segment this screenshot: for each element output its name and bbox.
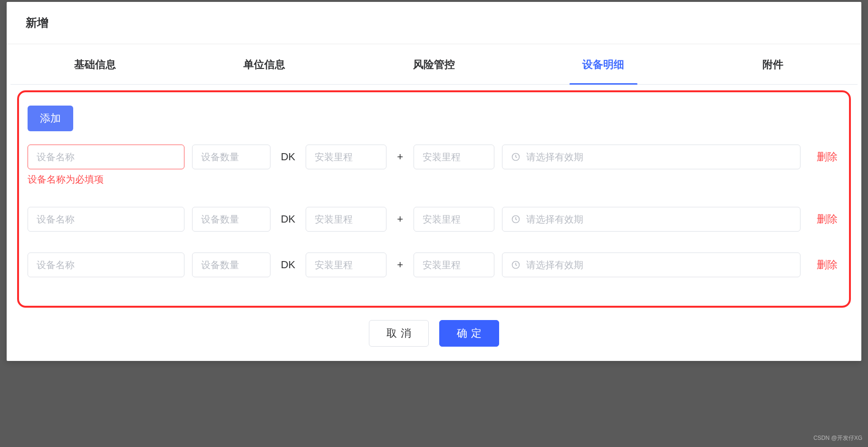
device-name-error: 设备名称为必填项: [28, 173, 841, 186]
tab-device-detail[interactable]: 设备明细: [519, 45, 688, 84]
tab-basic-info[interactable]: 基础信息: [10, 45, 180, 84]
dk-label: DK: [278, 259, 299, 271]
device-name-input[interactable]: [28, 253, 184, 277]
mileage-b-input[interactable]: [414, 207, 494, 232]
mileage-b-input[interactable]: [414, 253, 494, 277]
device-name-input[interactable]: [28, 145, 184, 169]
validity-date-picker[interactable]: 请选择有效期: [502, 207, 800, 232]
modal-footer: 取消 确定: [7, 313, 862, 361]
cancel-button[interactable]: 取消: [369, 320, 429, 347]
modal-header: 新增: [7, 2, 862, 44]
watermark: CSDN @开发仔XG: [813, 434, 862, 442]
mileage-a-input[interactable]: [306, 145, 386, 169]
plus-label: +: [394, 151, 406, 163]
device-detail-panel: 添加 DK + 请选择有效期 删除 设备名称为必填项: [17, 90, 851, 308]
device-qty-input[interactable]: [192, 253, 270, 277]
plus-label: +: [394, 213, 406, 225]
delete-row-button[interactable]: 删除: [808, 150, 840, 164]
device-row: DK + 请选择有效期 删除 设备名称为必填项: [28, 145, 841, 186]
date-placeholder: 请选择有效期: [526, 259, 583, 272]
delete-row-button[interactable]: 删除: [808, 212, 840, 226]
tab-risk-ctrl[interactable]: 风险管控: [349, 45, 519, 84]
mileage-b-input[interactable]: [414, 145, 494, 169]
tab-attachments[interactable]: 附件: [688, 45, 858, 84]
dk-label: DK: [278, 213, 299, 225]
device-row: DK + 请选择有效期 删除: [28, 207, 841, 232]
device-row: DK + 请选择有效期 删除: [28, 253, 841, 277]
confirm-button[interactable]: 确定: [439, 320, 499, 347]
device-qty-input[interactable]: [192, 145, 270, 169]
date-placeholder: 请选择有效期: [526, 151, 583, 164]
date-placeholder: 请选择有效期: [526, 213, 583, 226]
device-name-input[interactable]: [28, 207, 184, 232]
delete-row-button[interactable]: 删除: [808, 258, 840, 272]
validity-date-picker[interactable]: 请选择有效期: [502, 253, 800, 277]
tab-unit-info[interactable]: 单位信息: [180, 45, 349, 84]
modal-dialog: 新增 基础信息 单位信息 风险管控 设备明细 附件 添加 DK +: [7, 2, 862, 361]
mileage-a-input[interactable]: [306, 207, 386, 232]
plus-label: +: [394, 259, 406, 271]
clock-icon: [511, 214, 521, 224]
modal-title: 新增: [26, 15, 843, 30]
validity-date-picker[interactable]: 请选择有效期: [502, 145, 800, 169]
add-button[interactable]: 添加: [28, 106, 73, 131]
tabs-bar: 基础信息 单位信息 风险管控 设备明细 附件: [10, 45, 858, 85]
dk-label: DK: [278, 151, 299, 163]
clock-icon: [511, 152, 521, 162]
device-qty-input[interactable]: [192, 207, 270, 232]
clock-icon: [511, 260, 521, 270]
device-rows: DK + 请选择有效期 删除 设备名称为必填项 DK: [28, 145, 841, 277]
mileage-a-input[interactable]: [306, 253, 386, 277]
